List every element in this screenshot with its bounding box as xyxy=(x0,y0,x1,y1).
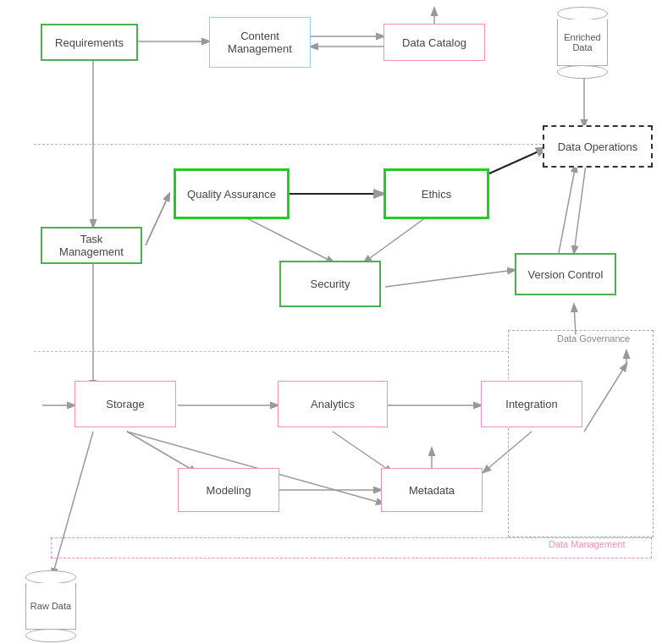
svg-line-12 xyxy=(385,270,515,287)
data-governance-label: Data Governance xyxy=(557,333,630,344)
raw-data-label: Raw Data xyxy=(30,601,71,611)
modeling-box: Modeling xyxy=(178,468,279,512)
quality-assurance-label: Quality Assurance xyxy=(187,188,276,201)
cylinder-bottom-raw xyxy=(25,629,76,642)
integration-label: Integration xyxy=(505,398,557,410)
data-catalog-label: Data Catalog xyxy=(402,36,466,49)
requirements-label: Requirements xyxy=(55,36,124,49)
svg-line-25 xyxy=(584,364,626,432)
metadata-label: Metadata xyxy=(409,484,455,497)
cylinder-top-raw xyxy=(25,570,76,584)
svg-line-13 xyxy=(559,165,576,253)
diagram-canvas: Data Operations Data Governance Data Man… xyxy=(0,0,662,644)
svg-line-23 xyxy=(483,432,532,472)
data-catalog-box: Data Catalog xyxy=(383,24,485,61)
ethics-label: Ethics xyxy=(422,188,451,201)
svg-line-7 xyxy=(146,194,169,245)
divider-top xyxy=(34,144,542,145)
storage-label: Storage xyxy=(106,398,145,410)
quality-assurance-box: Quality Assurance xyxy=(174,168,290,219)
analytics-label: Analytics xyxy=(311,398,355,410)
svg-line-14 xyxy=(574,165,586,253)
modeling-label: Modeling xyxy=(207,484,251,497)
task-management-box: Task Management xyxy=(41,227,142,264)
enriched-data-cylinder: Enriched Data xyxy=(557,7,608,79)
svg-line-20 xyxy=(333,432,392,472)
integration-box: Integration xyxy=(481,381,582,427)
svg-line-27 xyxy=(574,305,576,334)
security-label: Security xyxy=(311,278,350,290)
svg-line-19 xyxy=(127,432,196,472)
metadata-box: Metadata xyxy=(381,468,483,512)
cylinder-bottom-enriched xyxy=(557,65,608,79)
version-control-box: Version Control xyxy=(515,253,616,295)
analytics-box: Analytics xyxy=(278,381,388,427)
svg-line-9 xyxy=(489,148,546,173)
divider-middle xyxy=(34,351,508,352)
enriched-data-label: Enriched Data xyxy=(558,32,607,52)
storage-box: Storage xyxy=(74,381,176,427)
ethics-box: Ethics xyxy=(383,168,489,219)
task-management-label: Task Management xyxy=(47,233,135,258)
data-operations-box: Data Operations xyxy=(543,125,653,168)
cylinder-body-raw: Raw Data xyxy=(25,583,76,630)
data-management-label: Data Management xyxy=(549,539,626,549)
svg-line-6 xyxy=(146,194,169,245)
security-box: Security xyxy=(279,261,381,307)
data-governance-region xyxy=(508,330,654,537)
content-management-label: Content Management xyxy=(215,30,305,55)
content-management-box: Content Management xyxy=(209,17,311,68)
raw-data-cylinder: Raw Data xyxy=(25,570,76,642)
cylinder-top-enriched xyxy=(557,7,608,20)
requirements-box: Requirements xyxy=(41,24,138,61)
data-operations-label: Data Operations xyxy=(558,140,638,153)
version-control-label: Version Control xyxy=(528,268,604,281)
svg-line-28 xyxy=(52,432,93,575)
cylinder-body-enriched: Enriched Data xyxy=(557,19,608,66)
